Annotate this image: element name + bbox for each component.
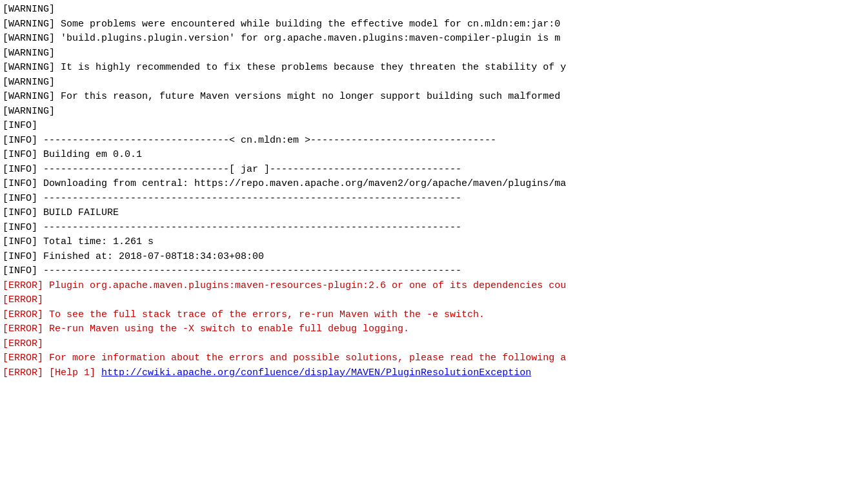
console-line-15: [INFO] ---------------------------------… <box>0 221 868 236</box>
console-line-17: [INFO] Finished at: 2018-07-08T18:34:03+… <box>0 250 868 265</box>
console-line-6: [WARNING] For this reason, future Maven … <box>0 90 868 105</box>
console-line-0: [WARNING] <box>0 3 868 17</box>
console-line-21: [ERROR] To see the full stack trace of t… <box>0 308 868 323</box>
console-line-10: [INFO] Building em 0.0.1 <box>0 148 868 163</box>
console-line-22: [ERROR] Re-run Maven using the -X switch… <box>0 322 868 337</box>
console-output: [WARNING][WARNING] Some problems were en… <box>0 0 868 483</box>
console-line-1: [WARNING] Some problems were encountered… <box>0 17 868 32</box>
console-line-13: [INFO] ---------------------------------… <box>0 192 868 207</box>
console-line-4: [WARNING] It is highly recommended to fi… <box>0 61 868 76</box>
console-line-19: [ERROR] Plugin org.apache.maven.plugins:… <box>0 279 868 294</box>
console-line-7: [WARNING] <box>0 105 868 119</box>
console-line-20: [ERROR] <box>0 293 868 308</box>
console-line-3: [WARNING] <box>0 46 868 61</box>
console-line-16: [INFO] Total time: 1.261 s <box>0 235 868 250</box>
console-line-5: [WARNING] <box>0 76 868 90</box>
console-line-23: [ERROR] <box>0 337 868 352</box>
console-line-2: [WARNING] 'build.plugins.plugin.version'… <box>0 32 868 46</box>
help-link[interactable]: http://cwiki.apache.org/confluence/displ… <box>101 367 531 378</box>
console-line-25: [ERROR] [Help 1] http://cwiki.apache.org… <box>0 366 868 381</box>
console-line-9: [INFO] --------------------------------<… <box>0 134 868 149</box>
console-line-8: [INFO] <box>0 119 868 134</box>
console-line-14: [INFO] BUILD FAILURE <box>0 206 868 221</box>
console-line-12: [INFO] Downloading from central: https:/… <box>0 177 868 192</box>
console-line-24: [ERROR] For more information about the e… <box>0 351 868 366</box>
console-line-11: [INFO] --------------------------------[… <box>0 163 868 178</box>
console-line-18: [INFO] ---------------------------------… <box>0 264 868 279</box>
